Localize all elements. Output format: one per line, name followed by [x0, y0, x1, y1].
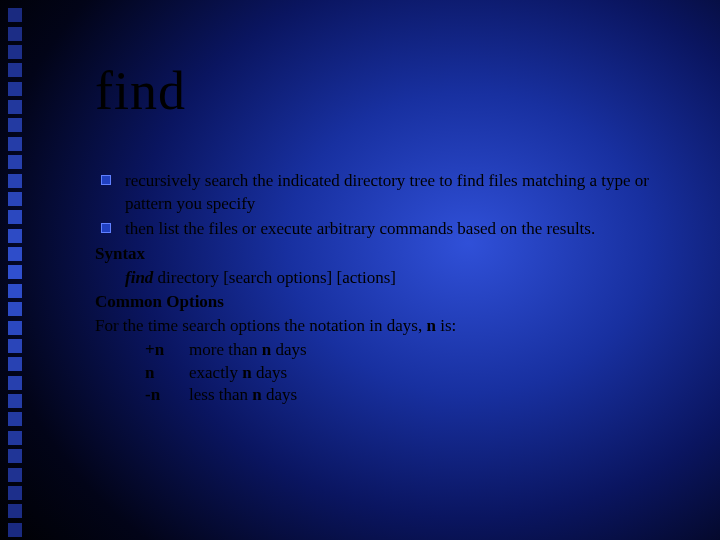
decor-square: [8, 394, 22, 408]
decor-square: [8, 339, 22, 353]
decor-strip: [0, 0, 32, 540]
decor-square: [8, 321, 22, 335]
decor-square: [8, 504, 22, 518]
time-val: exactly n days: [189, 362, 287, 385]
decor-square: [8, 468, 22, 482]
decor-square: [8, 8, 22, 22]
slide-content: find recursively search the indicated di…: [95, 60, 695, 407]
time-row: +n more than n days: [145, 339, 695, 362]
time-val-n: n: [262, 340, 271, 359]
bullet-icon: [101, 223, 111, 233]
time-intro-pre: For the time search options the notation…: [95, 316, 426, 335]
time-table: +n more than n days n exactly n days -n …: [95, 339, 695, 408]
decor-square: [8, 118, 22, 132]
slide-body: recursively search the indicated directo…: [95, 170, 695, 407]
decor-square: [8, 155, 22, 169]
time-val-n: n: [242, 363, 251, 382]
decor-square: [8, 302, 22, 316]
decor-square: [8, 137, 22, 151]
bullet-text: recursively search the indicated directo…: [125, 170, 695, 216]
slide-title: find: [95, 60, 695, 122]
decor-square: [8, 82, 22, 96]
time-val: less than n days: [189, 384, 297, 407]
time-row: n exactly n days: [145, 362, 695, 385]
bullet-icon: [101, 175, 111, 185]
time-val-pre: less than: [189, 385, 252, 404]
time-intro-post: is:: [436, 316, 456, 335]
time-val-n: n: [252, 385, 261, 404]
time-intro-n: n: [426, 316, 435, 335]
time-val-post: days: [262, 385, 297, 404]
decor-square: [8, 523, 22, 537]
time-val-pre: exactly: [189, 363, 242, 382]
decor-square: [8, 27, 22, 41]
syntax-args: directory [search options] [actions]: [153, 268, 396, 287]
decor-square: [8, 45, 22, 59]
decor-square: [8, 174, 22, 188]
time-intro: For the time search options the notation…: [95, 315, 695, 338]
time-val: more than n days: [189, 339, 307, 362]
time-val-post: days: [271, 340, 306, 359]
decor-square: [8, 284, 22, 298]
decor-square: [8, 229, 22, 243]
decor-square: [8, 431, 22, 445]
common-options-heading: Common Options: [95, 291, 695, 314]
decor-square: [8, 265, 22, 279]
time-val-post: days: [252, 363, 287, 382]
syntax-command: find: [125, 268, 153, 287]
time-row: -n less than n days: [145, 384, 695, 407]
decor-square: [8, 376, 22, 390]
time-val-pre: more than: [189, 340, 262, 359]
bullet-item: then list the files or execute arbitrary…: [95, 218, 695, 241]
decor-square: [8, 449, 22, 463]
decor-square: [8, 63, 22, 77]
decor-square: [8, 100, 22, 114]
syntax-line: find directory [search options] [actions…: [95, 267, 695, 290]
bullet-item: recursively search the indicated directo…: [95, 170, 695, 216]
decor-square: [8, 357, 22, 371]
syntax-heading: Syntax: [95, 243, 695, 266]
decor-square: [8, 247, 22, 261]
bullet-text: then list the files or execute arbitrary…: [125, 218, 695, 241]
time-key: +n: [145, 339, 189, 362]
time-key: n: [145, 362, 189, 385]
decor-square: [8, 412, 22, 426]
decor-square: [8, 192, 22, 206]
decor-square: [8, 210, 22, 224]
decor-square: [8, 486, 22, 500]
time-key: -n: [145, 384, 189, 407]
